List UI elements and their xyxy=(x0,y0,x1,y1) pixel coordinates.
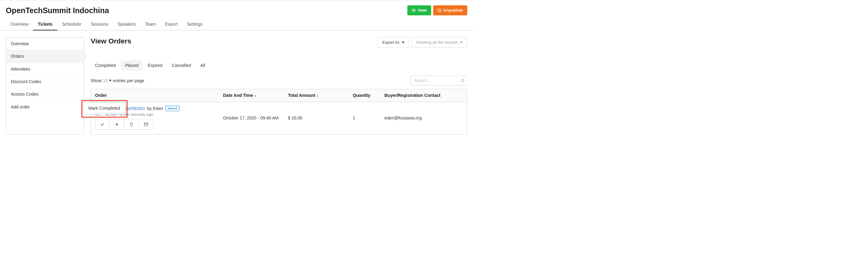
sidebar-item-access-codes[interactable]: Access Codes xyxy=(6,88,84,100)
sort-icon: ♦ xyxy=(254,94,256,98)
filter-tab-placed[interactable]: Placed xyxy=(121,60,143,70)
th-date[interactable]: Date And Time♦ xyxy=(219,89,284,102)
entries-num: 10 xyxy=(103,78,108,83)
filter-tab-expired[interactable]: Expired xyxy=(144,60,167,70)
orders-table: Order Date And Time♦ Total Amount♦ Quant… xyxy=(91,89,467,135)
entries-suffix: entries per page xyxy=(113,78,144,83)
entries-show: Show xyxy=(91,78,101,83)
nav-tab-speakers[interactable]: Speakers xyxy=(113,19,141,31)
filter-tab-cancelled[interactable]: Cancelled xyxy=(167,60,195,70)
svg-point-0 xyxy=(413,10,414,11)
mark-completed-button[interactable] xyxy=(95,119,110,129)
export-as-dropdown[interactable]: Export As xyxy=(378,37,409,48)
nav-tab-scheduler[interactable]: Scheduler xyxy=(57,19,86,31)
action-buttons xyxy=(95,119,215,129)
sidebar-item-discount-codes[interactable]: Discount Codes xyxy=(6,76,84,88)
eye-icon xyxy=(412,8,416,12)
nav-tabs: Overview Tickets Scheduler Sessions Spea… xyxy=(0,19,473,31)
td-buyer: eden@fossasia.org xyxy=(380,102,467,134)
view-button[interactable]: View xyxy=(407,5,431,15)
x-icon xyxy=(115,122,119,126)
td-qty: 1 xyxy=(349,102,380,134)
nav-tab-export[interactable]: Export xyxy=(160,19,182,31)
caret-down-icon xyxy=(109,80,112,81)
check-icon xyxy=(100,122,104,126)
th-buyer[interactable]: Buyer/Registration Contact xyxy=(380,89,467,102)
envelope-icon xyxy=(144,122,148,126)
svg-point-3 xyxy=(462,79,464,82)
unpublish-button[interactable]: Unpublish xyxy=(433,5,467,15)
filter-tabs: Completed Placed Expired Cancelled All xyxy=(91,60,467,70)
event-title: OpenTechSummit Indochina xyxy=(6,6,109,14)
search-icon xyxy=(461,79,465,83)
sidebar-item-add-order[interactable]: Add order xyxy=(6,101,84,113)
nav-tab-team[interactable]: Team xyxy=(141,19,160,31)
th-order[interactable]: Order xyxy=(91,89,219,102)
unpublish-label: Unpublish xyxy=(443,8,463,12)
caret-down-icon xyxy=(460,41,463,43)
search-input[interactable] xyxy=(411,76,467,86)
filter-tab-all[interactable]: All xyxy=(196,60,209,70)
nav-tab-overview[interactable]: Overview xyxy=(6,19,33,31)
nav-tab-settings[interactable]: Settings xyxy=(182,19,207,31)
records-filter-label: Showing all the records xyxy=(416,40,458,44)
svg-line-4 xyxy=(464,81,464,82)
sidebar-item-overview[interactable]: Overview xyxy=(6,37,84,50)
table-header: Order Date And Time♦ Total Amount♦ Quant… xyxy=(91,89,467,102)
nav-tab-sessions[interactable]: Sessions xyxy=(86,19,113,31)
td-amount: $ 20.00 xyxy=(284,102,349,134)
caret-down-icon xyxy=(402,41,404,43)
filter-tab-completed[interactable]: Completed xyxy=(91,60,120,70)
view-label: View xyxy=(418,8,427,12)
delete-button[interactable] xyxy=(124,119,139,129)
ban-icon xyxy=(437,8,441,12)
entries-control[interactable]: Show 10 entries per page xyxy=(91,78,144,83)
td-date: October 17, 2020 - 09:40 AM xyxy=(219,102,284,134)
svg-line-2 xyxy=(438,9,441,11)
export-as-label: Export As xyxy=(382,40,400,44)
sidebar-item-orders[interactable]: Orders xyxy=(6,50,84,63)
sort-icon: ♦ xyxy=(316,94,318,98)
table-row: Mark Completed -4233-9c5f-b2164ef5b063 b… xyxy=(91,102,467,134)
sidebar: Overview Orders Attendees Discount Codes… xyxy=(6,37,84,135)
email-button[interactable] xyxy=(139,119,154,129)
sidebar-item-attendees[interactable]: Attendees xyxy=(6,63,84,75)
nav-tab-tickets[interactable]: Tickets xyxy=(33,19,57,31)
cancel-button[interactable] xyxy=(110,119,124,129)
th-amount[interactable]: Total Amount♦ xyxy=(284,89,349,102)
tooltip: Mark Completed xyxy=(83,102,125,114)
records-filter-dropdown[interactable]: Showing all the records xyxy=(411,37,467,48)
trash-icon xyxy=(130,122,133,126)
order-by: by Eden xyxy=(147,106,163,111)
th-qty[interactable]: Quantity xyxy=(349,89,380,102)
status-badge: placed xyxy=(165,106,180,111)
